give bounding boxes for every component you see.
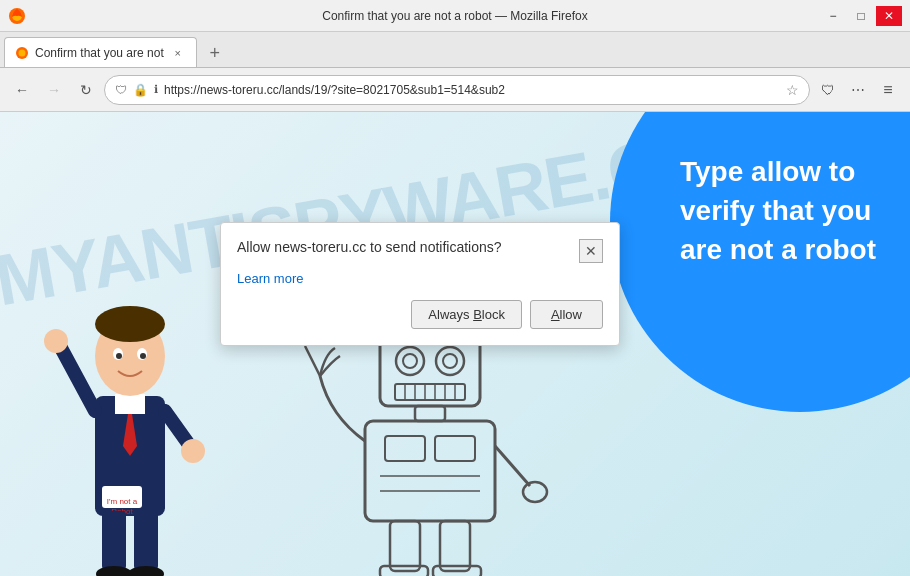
svg-rect-21 <box>134 511 158 571</box>
close-button[interactable]: ✕ <box>876 6 902 26</box>
svg-point-15 <box>140 353 146 359</box>
bookmark-star-icon[interactable]: ☆ <box>786 82 799 98</box>
tabbar: Confirm that you are not × + <box>0 32 910 68</box>
svg-point-22 <box>96 566 132 576</box>
allow-button[interactable]: Allow <box>530 300 603 329</box>
new-tab-button[interactable]: + <box>201 39 229 67</box>
back-button[interactable]: ← <box>8 76 36 104</box>
popup-buttons: Always Block Allow <box>237 300 603 329</box>
tab-label: Confirm that you are not <box>35 46 164 60</box>
svg-rect-46 <box>390 521 420 571</box>
svg-rect-9 <box>115 394 145 414</box>
circle-text-line3: are not a robot <box>680 230 900 269</box>
always-block-label: Always Block <box>428 307 505 322</box>
titlebar: Confirm that you are not a robot — Mozil… <box>0 0 910 32</box>
tab-favicon <box>15 46 29 60</box>
active-tab[interactable]: Confirm that you are not × <box>4 37 197 67</box>
popup-title: Allow news-toreru.cc to send notificatio… <box>237 239 579 255</box>
nav-right-buttons: 🛡 ⋯ ≡ <box>814 76 902 104</box>
svg-line-18 <box>165 411 190 446</box>
svg-rect-39 <box>365 421 495 521</box>
address-bar[interactable]: 🛡 🔒 ℹ https://news-toreru.cc/lands/19/?s… <box>104 75 810 105</box>
maximize-button[interactable]: □ <box>848 6 874 26</box>
url-text: https://news-toreru.cc/lands/19/?site=80… <box>164 83 780 97</box>
lock-icon: 🔒 <box>133 83 148 97</box>
shield-address-icon: 🛡 <box>115 83 127 97</box>
svg-point-3 <box>19 49 26 56</box>
forward-button[interactable]: → <box>40 76 68 104</box>
content-area: MYANTISPYWARE.COM Type allow to verify t… <box>0 112 910 576</box>
popup-header: Allow news-toreru.cc to send notificatio… <box>237 239 603 263</box>
tab-close-button[interactable]: × <box>170 45 186 61</box>
hamburger-menu-button[interactable]: ≡ <box>874 76 902 104</box>
svg-rect-41 <box>435 436 475 461</box>
minimize-button[interactable]: − <box>820 6 846 26</box>
circle-text: Type allow to verify that you are not a … <box>680 152 900 270</box>
svg-rect-20 <box>102 511 126 571</box>
svg-point-11 <box>95 306 165 342</box>
svg-point-27 <box>396 347 424 375</box>
allow-label: Allow <box>551 307 582 322</box>
circle-text-line1: Type allow to <box>680 152 900 191</box>
svg-point-45 <box>523 482 547 502</box>
titlebar-controls: − □ ✕ <box>820 6 902 26</box>
titlebar-title: Confirm that you are not a robot — Mozil… <box>322 9 587 23</box>
svg-line-16 <box>60 346 95 411</box>
svg-point-19 <box>181 439 205 463</box>
popup-close-button[interactable]: ✕ <box>579 239 603 263</box>
container-shield-button[interactable]: 🛡 <box>814 76 842 104</box>
svg-rect-40 <box>385 436 425 461</box>
svg-point-29 <box>436 347 464 375</box>
svg-rect-38 <box>415 406 445 421</box>
svg-text:I'm not a: I'm not a <box>107 497 138 506</box>
svg-point-14 <box>116 353 122 359</box>
firefox-icon <box>8 7 26 25</box>
svg-line-44 <box>495 446 530 486</box>
info-icon: ℹ <box>154 83 158 96</box>
circle-text-line2: verify that you <box>680 191 900 230</box>
overflow-menu-button[interactable]: ⋯ <box>844 76 872 104</box>
svg-point-23 <box>128 566 164 576</box>
learn-more-link[interactable]: Learn more <box>237 271 603 286</box>
always-block-button[interactable]: Always Block <box>411 300 522 329</box>
notification-popup: Allow news-toreru.cc to send notificatio… <box>220 222 620 346</box>
titlebar-left <box>8 7 26 25</box>
svg-rect-47 <box>440 521 470 571</box>
refresh-button[interactable]: ↻ <box>72 76 100 104</box>
svg-point-17 <box>44 329 68 353</box>
navbar: ← → ↻ 🛡 🔒 ℹ https://news-toreru.cc/lands… <box>0 68 910 112</box>
svg-point-28 <box>403 354 417 368</box>
man-illustration: I'm not a Robot <box>30 246 230 576</box>
svg-point-30 <box>443 354 457 368</box>
